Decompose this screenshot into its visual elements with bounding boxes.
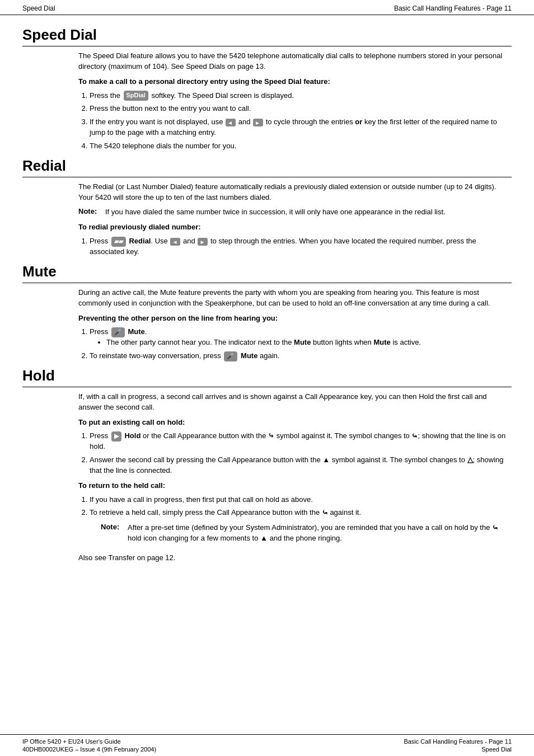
header-left: Speed Dial <box>22 4 55 12</box>
hold-note-content: After a pre-set time (defined by your Sy… <box>128 523 512 544</box>
footer-right: Basic Call Handling Features - Page 11 S… <box>404 738 512 753</box>
section-redial: Redial The Redial (or Last Number Dialed… <box>22 157 512 257</box>
speed-dial-title: Speed Dial <box>22 26 512 46</box>
arrow-left-icon <box>226 119 236 126</box>
hold-return-step-2: To retrieve a held call, simply press th… <box>90 508 512 518</box>
speed-dial-step-3: If the entry you want is not displayed, … <box>90 117 512 138</box>
hold-steps2: If you have a call in progress, then fir… <box>90 495 512 519</box>
section-speed-dial: Speed Dial The Speed Dial feature allows… <box>22 26 512 152</box>
section-mute: Mute During an active call, the Mute fea… <box>22 263 512 361</box>
page-header: Speed Dial Basic Call Handling Features … <box>0 0 534 15</box>
speed-dial-heading: To make a call to a personal directory e… <box>78 77 512 87</box>
page: Speed Dial Basic Call Handling Features … <box>0 0 534 756</box>
page-content: Speed Dial The Speed Dial feature allows… <box>0 15 534 614</box>
arrow-left-icon2 <box>170 238 180 246</box>
footer-left-1: IP Office 5420 + EU24 User's Guide <box>22 738 156 745</box>
hold-note-label: Note: <box>101 523 123 544</box>
mute-steps: Press 🎤 Mute. The other party cannot hea… <box>90 327 512 361</box>
footer-right-1: Basic Call Handling Features - Page 11 <box>404 738 512 745</box>
hold-intro: If, with a call in progress, a second ca… <box>78 392 512 413</box>
redial-note: Note: If you have dialed the same number… <box>78 207 512 218</box>
header-right: Basic Call Handling Features - Page 11 <box>394 4 512 12</box>
hold-body: If, with a call in progress, a second ca… <box>22 392 512 564</box>
mute-body: During an active call, the Mute feature … <box>22 288 512 361</box>
speed-dial-body: The Speed Dial feature allows you to hav… <box>22 51 512 152</box>
redial-steps: Press ▰▰ Redial. Use and to step through… <box>90 236 512 257</box>
mute-step-2: To reinstate two-way conversation, press… <box>90 351 512 361</box>
redial-note-content: If you have dialed the same number twice… <box>105 207 512 218</box>
footer-left-2: 40DHB0002UKEG – Issue 4 (9th February 20… <box>22 746 156 753</box>
redial-heading: To redial previously dialed number: <box>78 222 512 233</box>
mute-icon2: 🎤 <box>224 351 237 361</box>
section-hold: Hold If, with a call in progress, a seco… <box>22 367 512 564</box>
redial-step-1: Press ▰▰ Redial. Use and to step through… <box>90 236 512 257</box>
hold-title: Hold <box>22 367 512 387</box>
mute-step-1: Press 🎤 Mute. The other party cannot hea… <box>90 327 512 348</box>
hold-heading2: To return to the held call: <box>78 481 512 491</box>
hold-heading1: To put an existing call on hold: <box>78 417 512 428</box>
hold-also-see: Also see Transfer on page 12. <box>78 553 512 564</box>
speed-dial-steps: Press the SpDial softkey. The Speed Dial… <box>90 91 512 152</box>
spdial-icon: SpDial <box>124 91 148 101</box>
mute-icon: 🎤 <box>111 327 125 337</box>
hold-note: Note: After a pre-set time (defined by y… <box>78 523 512 544</box>
redial-note-label: Note: <box>78 207 101 218</box>
redial-icon: ▰▰ <box>111 237 126 247</box>
footer-right-2: Speed Dial <box>481 746 512 753</box>
hold-icon: ▶ <box>111 431 121 442</box>
redial-intro: The Redial (or Last Number Dialed) featu… <box>78 182 512 203</box>
redial-title: Redial <box>22 157 512 177</box>
arrow-right-icon2 <box>198 238 208 246</box>
hold-return-step-1: If you have a call in progress, then fir… <box>90 495 512 505</box>
mute-bullets: The other party cannot hear you. The ind… <box>106 337 512 348</box>
mute-intro: During an active call, the Mute feature … <box>78 288 512 309</box>
hold-step-2: Answer the second call by pressing the C… <box>90 455 512 476</box>
arrow-right-icon <box>253 119 263 126</box>
mute-heading: Preventing the other person on the line … <box>78 313 512 324</box>
mute-bullet-1: The other party cannot hear you. The ind… <box>106 337 512 348</box>
page-footer: IP Office 5420 + EU24 User's Guide 40DHB… <box>0 734 534 756</box>
footer-left: IP Office 5420 + EU24 User's Guide 40DHB… <box>22 738 156 753</box>
hold-step-1: Press ▶ Hold or the Call Appearance butt… <box>90 431 512 452</box>
mute-title: Mute <box>22 263 512 283</box>
speed-dial-step-4: The 5420 telephone dials the number for … <box>90 141 512 152</box>
hold-steps1: Press ▶ Hold or the Call Appearance butt… <box>90 431 512 476</box>
speed-dial-step-2: Press the button next to the entry you w… <box>90 104 512 114</box>
speed-dial-step-1: Press the SpDial softkey. The Speed Dial… <box>90 91 512 101</box>
speed-dial-intro: The Speed Dial feature allows you to hav… <box>78 51 512 72</box>
redial-body: The Redial (or Last Number Dialed) featu… <box>22 182 512 257</box>
